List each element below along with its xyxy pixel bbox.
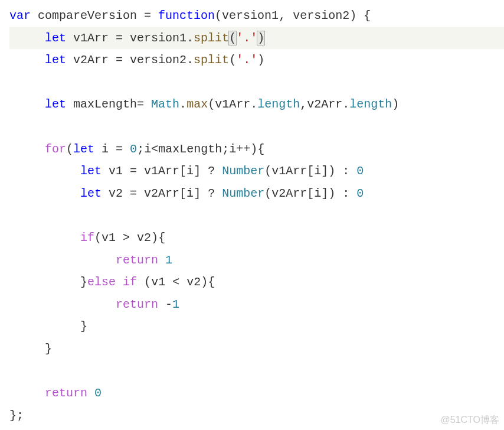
code-token: < [151, 142, 158, 156]
code-token: = [116, 53, 123, 67]
code-token [123, 142, 130, 156]
code-token: for [45, 142, 66, 156]
code-token: v2 [130, 231, 151, 245]
code-token: ] [194, 164, 208, 178]
code-line: let v2 = v2Arr[i] ? Number(v2Arr[i]) : 0 [9, 183, 504, 205]
code-token: v2 [102, 187, 130, 200]
code-token: v2 [179, 275, 201, 289]
code-token: let [80, 187, 102, 200]
code-token: length [349, 97, 392, 111]
code-token: else [87, 275, 116, 289]
code-token: v2Arr [307, 97, 342, 111]
code-token: ) [349, 9, 364, 22]
code-line [9, 116, 504, 138]
code-token: length [257, 97, 300, 111]
code-token: ( [215, 9, 222, 22]
code-token: v1Arr [137, 164, 179, 178]
code-token: max [186, 97, 208, 111]
code-token: split [194, 31, 229, 45]
code-token: let [73, 142, 94, 156]
code-token: ( [66, 142, 73, 156]
code-token: , [279, 9, 293, 22]
code-token: i [186, 187, 194, 200]
code-line: let v1Arr = version1.split('.') [9, 27, 504, 50]
watermark-text: @51CTO博客 [440, 414, 499, 426]
code-line: return 0 [9, 382, 504, 405]
code-line: for(let i = 0;i<maxLength;i++){ [9, 138, 504, 161]
code-token: = [130, 187, 137, 200]
code-token: return [116, 298, 158, 311]
code-token: var [9, 9, 31, 22]
code-token: compareVersion [31, 9, 144, 22]
code-token: ) [151, 231, 158, 245]
code-token: v1Arr [271, 164, 307, 178]
code-token: [ [307, 164, 314, 178]
code-token: Number [222, 164, 264, 178]
code-token: . [179, 97, 186, 111]
code-token: maxLength [158, 142, 222, 156]
code-token [349, 164, 356, 178]
code-token: v2Arr [271, 187, 307, 200]
code-token: = [130, 164, 137, 178]
code-token: : [342, 187, 349, 200]
code-token: - [165, 298, 172, 311]
code-token: . [342, 97, 349, 111]
code-token: ( [229, 53, 236, 67]
code-token: ) [392, 97, 399, 111]
code-token: = [116, 31, 123, 45]
code-token: return [116, 253, 158, 267]
code-token: ? [208, 164, 215, 178]
code-token: i [186, 164, 194, 178]
code-token: } [9, 409, 17, 422]
code-token: ( [208, 97, 215, 111]
code-token [158, 298, 165, 311]
code-token: . [186, 31, 194, 45]
code-token: { [158, 231, 165, 245]
code-token: } [80, 320, 87, 333]
code-token: ] [194, 187, 208, 200]
code-token: 0 [94, 386, 102, 400]
code-token [137, 275, 144, 289]
code-token: 1 [165, 253, 172, 267]
code-line: let v1 = v1Arr[i] ? Number(v1Arr[i]) : 0 [9, 160, 504, 183]
code-token: 0 [356, 164, 364, 178]
code-token: = [144, 9, 151, 22]
code-token: i [229, 142, 236, 156]
code-token: < [172, 275, 179, 289]
code-token: if [80, 231, 94, 245]
code-token: let [80, 164, 102, 178]
code-token: 0 [130, 142, 137, 156]
code-token: = [116, 142, 123, 156]
code-token: ( [229, 31, 236, 45]
code-token [144, 97, 151, 111]
code-token: '.' [236, 53, 257, 67]
code-token: i [314, 187, 321, 200]
code-line: let v2Arr = version2.split('.') [9, 49, 504, 71]
code-token: ? [208, 187, 215, 200]
code-token: ) [257, 31, 264, 45]
code-token: [ [307, 187, 314, 200]
code-token: 0 [356, 187, 364, 200]
code-token: ; [17, 409, 24, 422]
code-token: return [45, 386, 87, 400]
code-token: maxLength [66, 97, 137, 111]
code-token: ; [222, 142, 229, 156]
code-token: = [137, 97, 144, 111]
code-token: v1 [102, 231, 123, 245]
code-token [9, 209, 17, 222]
code-token: ) [250, 142, 257, 156]
code-line [9, 360, 504, 383]
code-line: } [9, 338, 504, 360]
code-token: let [45, 31, 66, 45]
code-token: . [186, 53, 194, 67]
code-token: let [45, 97, 66, 111]
code-token: [ [179, 187, 186, 200]
code-token [151, 9, 158, 22]
code-token: v2Arr [66, 53, 116, 67]
code-token: ) [201, 275, 208, 289]
code-token: if [123, 275, 137, 289]
code-token [87, 386, 94, 400]
code-token [215, 164, 222, 178]
code-token: Number [222, 187, 264, 200]
code-line [9, 71, 504, 94]
